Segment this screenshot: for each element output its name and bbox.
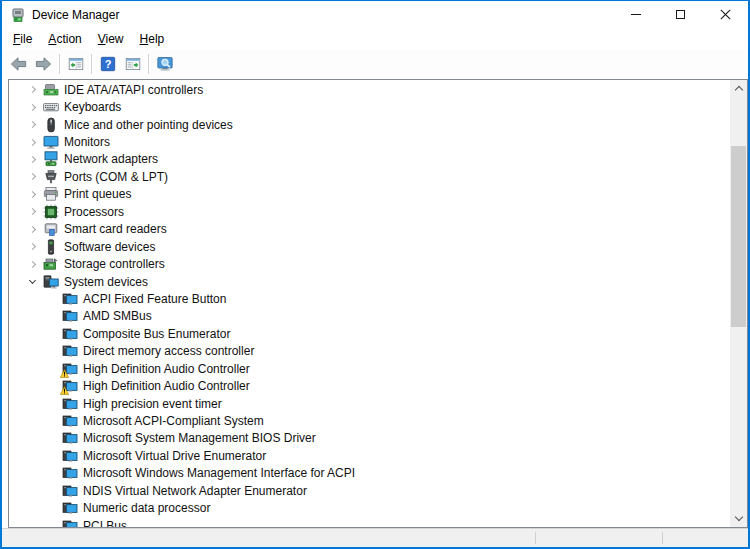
tree-item-label: Storage controllers <box>64 257 165 271</box>
minimize-button[interactable] <box>613 1 658 28</box>
tree-item[interactable]: Mice and other pointing devices <box>9 116 730 133</box>
cpu-icon <box>43 204 59 220</box>
tree-item[interactable]: Software devices <box>9 238 730 255</box>
tree-item-label: Print queues <box>64 187 131 201</box>
menu-help[interactable]: Help <box>132 29 173 49</box>
tree-subitem[interactable]: AMD SMBus <box>9 308 730 325</box>
tree-subitem[interactable]: ACPI Fixed Feature Button <box>9 290 730 307</box>
chevron-right-icon[interactable] <box>21 99 43 115</box>
sysdev-icon <box>62 396 78 412</box>
network-icon <box>43 151 59 167</box>
chevron-right-icon[interactable] <box>21 221 43 237</box>
help-button[interactable]: ? <box>95 52 120 76</box>
tree-item-label: Processors <box>64 205 124 219</box>
sysdev-icon <box>62 500 78 516</box>
scroll-down-button[interactable] <box>730 510 747 527</box>
tree-item-label: System devices <box>64 275 148 289</box>
sysdev-icon <box>62 308 78 324</box>
tree-item[interactable]: Processors <box>9 203 730 220</box>
maximize-button[interactable] <box>658 1 703 28</box>
tree-subitem[interactable]: Microsoft Windows Management Interface f… <box>9 465 730 482</box>
toolbar: ? <box>2 50 748 78</box>
status-bar-separator <box>535 532 536 544</box>
tree-subitem[interactable]: High precision event timer <box>9 395 730 412</box>
device-manager-app-icon[interactable] <box>10 7 26 23</box>
chevron-right-icon[interactable] <box>21 204 43 220</box>
tree-item[interactable]: Smart card readers <box>9 221 730 238</box>
tree-item[interactable]: Print queues <box>9 186 730 203</box>
tree-item[interactable]: IDE ATA/ATAPI controllers <box>9 81 730 98</box>
chevron-right-icon[interactable] <box>21 256 43 272</box>
show-console-tree-button[interactable] <box>63 52 88 76</box>
tree-item-label: High Definition Audio Controller <box>83 362 250 376</box>
chevron-right-icon[interactable] <box>21 134 43 150</box>
chevron-right-icon[interactable] <box>21 239 43 255</box>
tree-subitem[interactable]: Composite Bus Enumerator <box>9 325 730 342</box>
close-icon <box>720 9 731 20</box>
sysdev-icon <box>62 361 78 377</box>
tree-item-label: Monitors <box>64 135 110 149</box>
title-bar: Device Manager <box>2 1 748 28</box>
scan-hardware-changes-button[interactable] <box>152 52 177 76</box>
menu-view[interactable]: View <box>90 29 132 49</box>
tree-subitem[interactable]: Microsoft Virtual Drive Enumerator <box>9 447 730 464</box>
tree-item-label: Microsoft Windows Management Interface f… <box>83 466 355 480</box>
tree-subitem[interactable]: NDIS Virtual Network Adapter Enumerator <box>9 482 730 499</box>
chevron-right-icon[interactable] <box>21 186 43 202</box>
minimize-icon <box>631 14 641 15</box>
tree-item[interactable]: Network adapters <box>9 151 730 168</box>
tree-item[interactable]: Keyboards <box>9 98 730 115</box>
sysdev-icon <box>62 430 78 446</box>
scroll-up-button[interactable] <box>730 80 747 97</box>
console-tree-pane: IDE ATA/ATAPI controllersKeyboardsMice a… <box>8 79 748 528</box>
tree-item[interactable]: Storage controllers <box>9 255 730 272</box>
show-action-pane-button[interactable] <box>120 52 145 76</box>
smartcard-icon <box>43 221 59 237</box>
menu-file[interactable]: File <box>5 29 40 49</box>
monitor-icon <box>43 134 59 150</box>
tree-item-label: NDIS Virtual Network Adapter Enumerator <box>83 484 307 498</box>
tree-item-label: Software devices <box>64 240 155 254</box>
tree-item-label: AMD SMBus <box>83 309 152 323</box>
tree-subitem[interactable]: High Definition Audio Controller <box>9 377 730 394</box>
tree-subitem[interactable]: Microsoft ACPI-Compliant System <box>9 412 730 429</box>
forward-button[interactable] <box>31 52 56 76</box>
menu-action[interactable]: Action <box>40 29 89 49</box>
chevron-down-icon[interactable] <box>21 274 43 290</box>
scrollbar-thumb[interactable] <box>731 146 746 327</box>
tree-item-label: Microsoft System Management BIOS Driver <box>83 431 316 445</box>
sysdev-icon <box>62 343 78 359</box>
ide-icon <box>43 82 59 98</box>
tree-subitem[interactable]: High Definition Audio Controller <box>9 360 730 377</box>
tree-subitem[interactable]: Microsoft System Management BIOS Driver <box>9 430 730 447</box>
tree-item-label: Mice and other pointing devices <box>64 118 233 132</box>
tree-item-label: Microsoft ACPI-Compliant System <box>83 414 264 428</box>
status-bar <box>2 528 748 547</box>
device-tree: IDE ATA/ATAPI controllersKeyboardsMice a… <box>9 81 730 527</box>
tree-item-label: Microsoft Virtual Drive Enumerator <box>83 449 266 463</box>
tree-item[interactable]: Monitors <box>9 133 730 150</box>
device-manager-window: Device Manager FileActionViewHelp ? IDE … <box>0 0 750 549</box>
tree-item[interactable]: Ports (COM & LPT) <box>9 168 730 185</box>
chevron-right-icon[interactable] <box>21 169 43 185</box>
maximize-icon <box>676 10 685 19</box>
keyboard-icon <box>43 99 59 115</box>
chevron-right-icon[interactable] <box>21 117 43 133</box>
toolbar-separator <box>59 54 60 74</box>
tree-item-label: High Definition Audio Controller <box>83 379 250 393</box>
toolbar-separator <box>91 54 92 74</box>
chevron-right-icon[interactable] <box>21 82 43 98</box>
tree-item-label: PCI Bus <box>83 519 127 527</box>
tree-subitem[interactable]: Numeric data processor <box>9 500 730 517</box>
back-button[interactable] <box>6 52 31 76</box>
tree-subitem[interactable]: PCI Bus <box>9 517 730 527</box>
close-button[interactable] <box>703 1 748 28</box>
help-icon: ? <box>100 56 116 72</box>
chevron-down-icon <box>734 513 742 521</box>
tree-item-label: High precision event timer <box>83 397 222 411</box>
window-title: Device Manager <box>32 8 119 22</box>
chevron-right-icon[interactable] <box>21 151 43 167</box>
vertical-scrollbar[interactable] <box>730 80 747 527</box>
tree-subitem[interactable]: Direct memory access controller <box>9 343 730 360</box>
tree-item[interactable]: System devices <box>9 273 730 290</box>
